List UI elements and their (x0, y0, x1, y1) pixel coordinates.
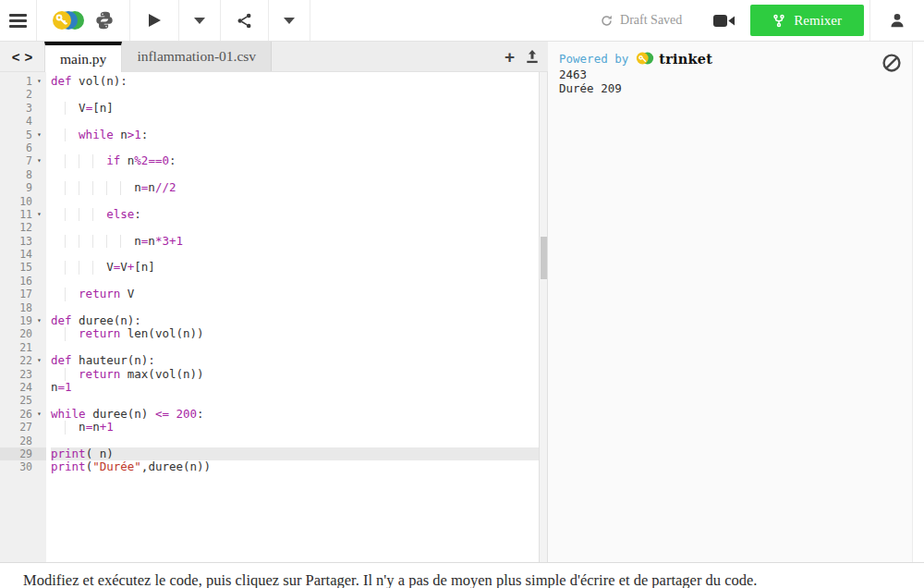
gutter-line[interactable]: 22▾ (0, 354, 46, 367)
gutter-line[interactable]: 11▾ (0, 208, 46, 221)
code-line[interactable] (51, 341, 539, 354)
fold-arrow-icon[interactable]: ▾ (32, 314, 46, 327)
gutter-line[interactable]: 28 (0, 435, 46, 447)
gutter-line[interactable]: 24 (0, 381, 46, 394)
code-line[interactable]: return V (51, 288, 539, 300)
code-token: n (148, 180, 155, 194)
gutter-line[interactable]: 23 (0, 368, 46, 381)
code-line[interactable] (51, 221, 539, 234)
share-button[interactable] (221, 0, 269, 41)
indent-guide-icon (65, 154, 79, 167)
gutter-line[interactable]: 27 (0, 421, 46, 434)
run-options-dropdown[interactable] (179, 0, 221, 41)
video-button[interactable] (699, 0, 750, 41)
gutter-line[interactable]: 15 (0, 261, 46, 274)
tab-main-py[interactable]: main.py (44, 42, 122, 72)
nav-next-button[interactable]: > (25, 49, 33, 65)
code-line[interactable] (51, 248, 539, 261)
fold-arrow-icon[interactable]: ▾ (32, 354, 46, 367)
gutter-line[interactable]: 18 (0, 301, 46, 314)
gutter-line[interactable]: 3 (0, 102, 46, 115)
gutter-line[interactable]: 2 (0, 88, 46, 101)
code-line[interactable]: n=n//2 (51, 181, 539, 194)
toolbar-spacer (310, 0, 583, 41)
code-token: // (155, 180, 169, 194)
fold-arrow-icon[interactable]: ▾ (32, 408, 46, 421)
gutter-line[interactable]: 1▾ (0, 75, 46, 88)
code-line[interactable] (51, 301, 539, 314)
code-pane[interactable]: def vol(n):V=[n]while n>1:if n%2==0:n=n/… (46, 72, 539, 562)
brand-logos[interactable] (37, 0, 130, 41)
gutter-line[interactable]: 21 (0, 341, 46, 354)
gutter-line[interactable]: 13 (0, 235, 46, 248)
add-file-button[interactable]: + (505, 48, 515, 66)
indent-guide-icon (65, 327, 79, 340)
output-scrollbar[interactable] (912, 42, 924, 562)
gutter-line[interactable]: 12 (0, 221, 46, 234)
code-line[interactable] (51, 435, 539, 447)
console-lines: 2463Durée 209 (559, 67, 896, 95)
code-line[interactable] (51, 195, 539, 208)
gutter-line[interactable]: 14 (0, 248, 46, 261)
code-line[interactable] (51, 394, 539, 407)
code-line[interactable]: if n%2==0: (51, 154, 539, 167)
code-line[interactable]: while n>1: (51, 129, 539, 141)
footer-message: Modifiez et exécutez le code, puis cliqu… (23, 571, 757, 588)
account-button[interactable] (869, 0, 924, 41)
footer: Modifiez et exécutez le code, puis cliqu… (0, 562, 924, 588)
upload-button[interactable] (526, 50, 539, 64)
gutter-line[interactable]: 10 (0, 195, 46, 208)
remix-button[interactable]: Remixer (750, 5, 864, 36)
code-line[interactable]: print("Durée",duree(n)) (51, 460, 539, 473)
fold-arrow-icon[interactable]: ▾ (32, 75, 46, 88)
gutter-line[interactable]: 20 (0, 327, 46, 340)
share-options-dropdown[interactable] (269, 0, 310, 41)
code-line[interactable]: else: (51, 208, 539, 221)
gutter-line[interactable]: 17 (0, 288, 46, 300)
gutter-line[interactable]: 7▾ (0, 154, 46, 167)
gutter-line[interactable]: 9 (0, 181, 46, 194)
code-line[interactable]: def duree(n): (51, 314, 539, 327)
gutter-line[interactable]: 29 (0, 447, 46, 460)
gutter-line[interactable]: 6 (0, 141, 46, 154)
gutter-line[interactable]: 30 (0, 460, 46, 473)
gutter-line[interactable]: 16 (0, 275, 46, 288)
code-line[interactable]: def vol(n): (51, 75, 539, 88)
gutter-line[interactable]: 19▾ (0, 314, 46, 327)
code-line[interactable]: return len(vol(n)) (51, 327, 539, 340)
code-line[interactable] (51, 115, 539, 128)
indent-guide-icon (92, 181, 106, 194)
code-token (169, 407, 176, 421)
gutter-line[interactable]: 26▾ (0, 408, 46, 421)
gutter-line[interactable]: 5▾ (0, 129, 46, 141)
code-line[interactable]: while duree(n) <= 200: (51, 408, 539, 421)
code-line[interactable]: n=n*3+1 (51, 235, 539, 248)
code-line[interactable] (51, 275, 539, 288)
indent-space (51, 327, 65, 340)
code-line[interactable]: V=V+[n] (51, 261, 539, 274)
code-line[interactable] (51, 141, 539, 154)
run-button[interactable] (130, 0, 179, 41)
code-line[interactable]: def hauteur(n): (51, 354, 539, 367)
code-line[interactable]: n=1 (51, 381, 539, 394)
gutter-line[interactable]: 8 (0, 168, 46, 181)
fold-arrow-icon[interactable]: ▾ (32, 154, 46, 167)
code-token: ,duree(n)) (141, 459, 211, 473)
code-line[interactable]: n=n+1 (51, 421, 539, 434)
nav-prev-button[interactable]: < (12, 49, 20, 65)
code-line[interactable] (51, 88, 539, 101)
gutter-line[interactable]: 4 (0, 115, 46, 128)
fold-arrow-icon[interactable]: ▾ (32, 208, 46, 221)
code-line[interactable]: V=[n] (51, 102, 539, 115)
gutter-line[interactable]: 25 (0, 394, 46, 407)
fold-arrow-icon[interactable]: ▾ (32, 129, 46, 141)
code-line[interactable]: print( n) (51, 447, 539, 460)
tab-inflammation-csv[interactable]: inflammation-01.csv (122, 42, 272, 71)
code-line[interactable]: return max(vol(n)) (51, 368, 539, 381)
menu-button[interactable] (0, 0, 37, 41)
indent-guide-icon (79, 154, 92, 167)
code-line[interactable] (51, 168, 539, 181)
stop-button[interactable] (881, 53, 902, 73)
scrollbar-thumb[interactable] (541, 237, 547, 279)
editor-scrollbar[interactable] (539, 72, 548, 562)
